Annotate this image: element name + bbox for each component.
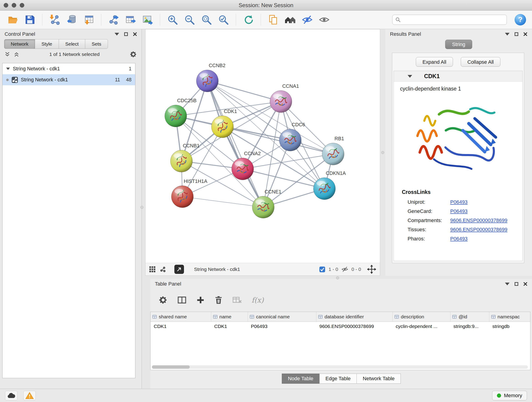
network-node-HIST1H1A[interactable] bbox=[171, 186, 193, 208]
window-zoom-button[interactable] bbox=[20, 3, 24, 7]
open-session-button[interactable] bbox=[6, 13, 20, 27]
network-node-CDKN1A[interactable] bbox=[313, 178, 336, 200]
panel-float-icon[interactable] bbox=[515, 32, 518, 36]
crosslink-link[interactable]: 9606.ENSP00000378699 bbox=[450, 227, 507, 233]
zoom-in-button[interactable] bbox=[166, 13, 179, 27]
table-horizontal-scrollbar[interactable] bbox=[152, 365, 528, 369]
import-network-database-button[interactable] bbox=[65, 13, 79, 27]
network-node-CCNB1[interactable] bbox=[171, 150, 192, 172]
export-network-button[interactable] bbox=[107, 13, 120, 27]
zoom-out-button[interactable] bbox=[183, 13, 196, 27]
tab-network-table[interactable]: Network Table bbox=[356, 374, 401, 384]
tab-network[interactable]: Network bbox=[4, 39, 35, 49]
collapse-all-icon[interactable] bbox=[5, 52, 10, 57]
scrollbar-thumb[interactable] bbox=[152, 365, 190, 369]
network-node-CCNE1[interactable] bbox=[252, 196, 274, 218]
zoom-selected-button[interactable] bbox=[216, 13, 230, 27]
network-node-CDK1[interactable] bbox=[211, 116, 234, 138]
hidden-eye-icon[interactable] bbox=[341, 266, 348, 273]
column-header-database-identifier[interactable]: database identifier bbox=[316, 312, 393, 322]
table-cell[interactable]: cyclin-dependent ... bbox=[393, 322, 450, 331]
window-minimize-button[interactable] bbox=[12, 3, 16, 7]
panel-float-icon[interactable] bbox=[124, 32, 128, 36]
save-session-button[interactable] bbox=[23, 13, 37, 27]
network-edge-CCNA2-CDKN1A[interactable] bbox=[243, 169, 324, 189]
window-close-button[interactable] bbox=[4, 3, 8, 7]
delete-column-icon[interactable] bbox=[215, 295, 223, 305]
tab-string[interactable]: String bbox=[445, 40, 472, 49]
crosslink-link[interactable]: P06493 bbox=[450, 208, 468, 214]
splitter-handle[interactable] bbox=[140, 206, 143, 209]
network-node-CCNA2[interactable] bbox=[232, 158, 254, 180]
network-share-icon[interactable] bbox=[160, 266, 166, 273]
gene-collapse-icon[interactable] bbox=[408, 75, 412, 78]
column-header-description[interactable]: description bbox=[393, 312, 450, 322]
clear-table-icon[interactable] bbox=[232, 296, 242, 304]
pan-move-icon[interactable] bbox=[367, 265, 376, 274]
panel-menu-icon[interactable] bbox=[114, 33, 119, 36]
network-node-CDC6[interactable] bbox=[279, 129, 301, 151]
panel-close-icon[interactable] bbox=[133, 32, 137, 36]
hide-selected-button[interactable] bbox=[300, 13, 314, 27]
panel-close-icon[interactable] bbox=[523, 282, 527, 286]
network-edge-CCNB2-CCNE1[interactable] bbox=[207, 81, 263, 207]
panel-menu-icon[interactable] bbox=[505, 283, 510, 285]
network-node-CDC25B[interactable] bbox=[165, 105, 187, 127]
column-header-canonical-name[interactable]: canonical name bbox=[248, 312, 316, 322]
network-canvas[interactable]: CCNB2CCNA1CDC25BCDK1CDC6RB1CCNB1CCNA2CDK… bbox=[146, 29, 380, 263]
network-edge-HIST1H1A-CCNE1[interactable] bbox=[182, 197, 263, 207]
column-header--id[interactable]: @id bbox=[450, 312, 489, 322]
crosslink-link[interactable]: P06493 bbox=[450, 199, 468, 205]
import-network-file-button[interactable] bbox=[48, 13, 62, 27]
add-column-icon[interactable] bbox=[196, 296, 205, 304]
tab-node-table[interactable]: Node Table bbox=[282, 374, 320, 384]
gene-panel-header[interactable]: CDK1 bbox=[394, 71, 522, 82]
search-box[interactable] bbox=[392, 15, 507, 25]
table-cell[interactable]: stringdb bbox=[489, 322, 530, 331]
import-table-button[interactable] bbox=[82, 13, 95, 27]
column-header-name[interactable]: name bbox=[211, 312, 248, 322]
home-button[interactable] bbox=[283, 13, 297, 27]
gear-icon[interactable] bbox=[130, 51, 137, 58]
tab-select[interactable]: Select bbox=[59, 39, 85, 49]
network-node-RB1[interactable] bbox=[322, 143, 344, 165]
tree-expand-icon[interactable] bbox=[6, 68, 10, 70]
expand-all-button[interactable]: Expand All bbox=[416, 57, 453, 67]
help-button[interactable]: ? bbox=[515, 14, 526, 26]
function-builder-button[interactable]: f(x) bbox=[252, 296, 264, 304]
table-cell[interactable]: CDK1 bbox=[151, 322, 211, 331]
crosslink-link[interactable]: P06493 bbox=[450, 236, 468, 242]
show-all-button[interactable] bbox=[317, 13, 331, 27]
expand-all-icon[interactable] bbox=[14, 52, 19, 57]
table-gear-icon[interactable] bbox=[158, 295, 168, 305]
table-cell[interactable]: P06493 bbox=[248, 322, 316, 331]
zoom-fit-button[interactable] bbox=[200, 13, 213, 27]
panel-close-icon[interactable] bbox=[523, 32, 527, 36]
collapse-all-button[interactable]: Collapse All bbox=[461, 57, 500, 67]
birdseye-icon[interactable] bbox=[149, 266, 156, 273]
splitter-handle[interactable] bbox=[336, 276, 339, 279]
memory-button[interactable]: Memory bbox=[492, 391, 527, 400]
network-collection-row[interactable]: String Network - cdk1 1 bbox=[2, 63, 135, 74]
panel-float-icon[interactable] bbox=[515, 282, 518, 286]
search-input[interactable] bbox=[403, 17, 504, 22]
panel-menu-icon[interactable] bbox=[505, 33, 510, 36]
cloud-button[interactable] bbox=[5, 391, 17, 400]
column-header-shared-name[interactable]: shared name bbox=[151, 312, 211, 322]
table-cell[interactable]: 9606.ENSP00000378699 bbox=[316, 322, 393, 331]
table-cell[interactable]: CDK1 bbox=[211, 322, 248, 331]
clone-network-button[interactable] bbox=[266, 13, 280, 27]
export-image-button[interactable] bbox=[141, 13, 154, 27]
refresh-button[interactable] bbox=[241, 13, 255, 27]
tab-edge-table[interactable]: Edge Table bbox=[319, 374, 357, 384]
open-external-button[interactable] bbox=[174, 265, 184, 274]
network-row[interactable]: String Network - cdk1 11 48 bbox=[2, 74, 135, 85]
crosslink-link[interactable]: 9606.ENSP00000378699 bbox=[450, 217, 507, 223]
export-table-button[interactable] bbox=[124, 13, 138, 27]
network-node-CCNB2[interactable] bbox=[196, 70, 218, 92]
tab-sets[interactable]: Sets bbox=[85, 39, 108, 49]
splitter-handle[interactable] bbox=[381, 151, 384, 154]
show-columns-icon[interactable] bbox=[177, 296, 186, 304]
network-node-CCNA1[interactable] bbox=[270, 90, 292, 113]
table-row[interactable]: CDK1CDK1P064939606.ENSP00000378699cyclin… bbox=[151, 322, 530, 331]
